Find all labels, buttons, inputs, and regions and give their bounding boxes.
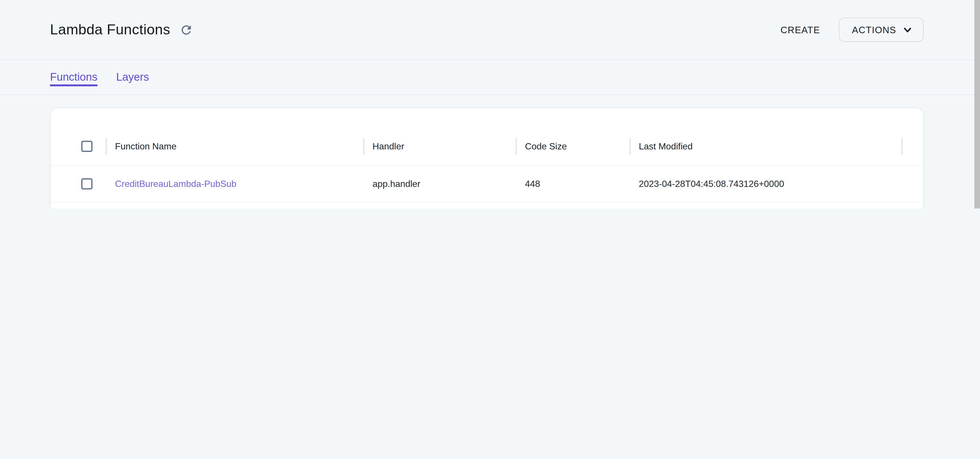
column-separator xyxy=(901,137,902,154)
page-title: Lambda Functions xyxy=(50,21,170,38)
refresh-button[interactable] xyxy=(180,23,193,37)
function-name-link[interactable]: CreditBureauLambda-PubSub xyxy=(115,179,236,189)
row-checkbox[interactable] xyxy=(81,178,92,190)
tab-functions[interactable]: Functions xyxy=(50,71,97,84)
header-checkbox-cell xyxy=(51,140,106,152)
column-separator xyxy=(630,137,631,154)
column-header-handler: Handler xyxy=(363,127,515,165)
select-all-checkbox[interactable] xyxy=(81,140,92,152)
handler-cell: app.handler xyxy=(363,179,515,189)
column-header-label: Last Modified xyxy=(639,141,693,151)
column-separator xyxy=(363,137,364,154)
column-header-last-modified: Last Modified xyxy=(630,127,901,165)
actions-button-label: ACTIONS xyxy=(852,24,896,35)
vertical-scrollbar[interactable] xyxy=(974,0,980,209)
column-header-label: Handler xyxy=(373,141,404,151)
table-header-row: Function Name Handler Code Size Last Mod… xyxy=(51,127,923,166)
table-row: BankRecipientPawnshop-PubSub app-sns.han… xyxy=(51,202,923,209)
main-content: Function Name Handler Code Size Last Mod… xyxy=(0,95,980,209)
table-row: CreditBureauLambda-PubSub app.handler 44… xyxy=(51,166,923,202)
lambda-functions-page: Lambda Functions CREATE ACTIONS Function… xyxy=(0,0,980,209)
column-separator xyxy=(106,137,107,154)
column-header-code-size: Code Size xyxy=(516,127,630,165)
column-header-function-name: Function Name xyxy=(106,127,363,165)
column-header-label: Code Size xyxy=(525,141,567,151)
column-header-label: Function Name xyxy=(115,141,177,151)
tab-layers[interactable]: Layers xyxy=(116,71,149,84)
column-separator xyxy=(516,137,517,154)
column-header-trailing xyxy=(901,127,923,165)
functions-table-card: Function Name Handler Code Size Last Mod… xyxy=(50,108,924,209)
last-modified-cell: 2023-04-28T04:45:08.743126+0000 xyxy=(630,179,901,189)
tabs-bar: Functions Layers xyxy=(0,59,980,95)
chevron-down-icon xyxy=(903,25,912,34)
create-button[interactable]: CREATE xyxy=(774,19,826,40)
refresh-icon xyxy=(180,23,193,37)
actions-button[interactable]: ACTIONS xyxy=(839,18,924,42)
page-header: Lambda Functions CREATE ACTIONS xyxy=(0,0,980,59)
code-size-cell: 448 xyxy=(516,179,630,189)
